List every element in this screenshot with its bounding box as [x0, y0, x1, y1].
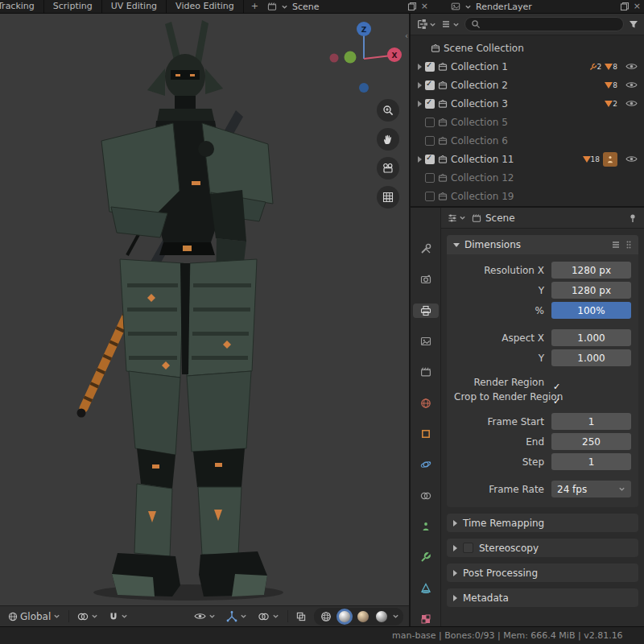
- expand-arrow[interactable]: [418, 101, 422, 107]
- shading-wireframe-button[interactable]: [318, 609, 334, 625]
- collection-checkbox[interactable]: [425, 118, 435, 127]
- editor-type-dropdown[interactable]: [416, 19, 436, 30]
- tab-texture[interactable]: [413, 612, 439, 626]
- collapse-arrow-icon[interactable]: ‹: [405, 31, 408, 40]
- aspect-y-field[interactable]: 1.000: [551, 349, 631, 366]
- collection-checkbox[interactable]: [425, 173, 435, 183]
- workspace-tab-video-editing[interactable]: Video Editing: [167, 0, 244, 13]
- section-metadata[interactable]: Metadata: [447, 588, 638, 607]
- tab-world[interactable]: [413, 396, 439, 411]
- chevron-down-icon[interactable]: [464, 3, 472, 10]
- section-post-processing[interactable]: Post Processing: [447, 564, 638, 582]
- overlays-dropdown[interactable]: [255, 610, 282, 623]
- pin-icon[interactable]: [628, 213, 638, 223]
- close-icon[interactable]: ×: [634, 1, 641, 12]
- resolution-x-field[interactable]: 1280 px: [551, 262, 631, 279]
- new-view-layer-icon[interactable]: [620, 2, 630, 11]
- tab-constraints[interactable]: [413, 489, 439, 503]
- drag-grip-icon[interactable]: [625, 240, 632, 250]
- section-stereoscopy[interactable]: Stereoscopy: [447, 539, 638, 557]
- view-layer-browse-icon[interactable]: [451, 2, 460, 11]
- outliner-row-collection-19[interactable]: Collection 19: [415, 187, 641, 205]
- shading-rendered-button[interactable]: [374, 609, 390, 625]
- view-layer-name-label[interactable]: RenderLayer: [476, 2, 532, 12]
- expand-arrow[interactable]: [418, 156, 422, 163]
- outliner-row-scene-collection[interactable]: Scene Collection: [415, 39, 641, 57]
- editor-type-dropdown[interactable]: [448, 213, 466, 223]
- expand-arrow[interactable]: [418, 82, 422, 89]
- frame-step-field[interactable]: 1: [551, 453, 631, 470]
- scene-name-label[interactable]: Scene: [292, 2, 320, 12]
- frame-rate-dropdown[interactable]: 24 fps: [551, 481, 631, 497]
- stereoscopy-checkbox[interactable]: [463, 543, 473, 553]
- chevron-down-icon[interactable]: [281, 3, 288, 10]
- transform-orientation-dropdown[interactable]: Global: [6, 609, 63, 624]
- dimensions-panel-header[interactable]: Dimensions: [447, 235, 638, 254]
- outliner-row-collection-1[interactable]: Collection 1 2 8: [415, 57, 641, 76]
- tab-object-data[interactable]: [413, 580, 439, 595]
- xray-toggle[interactable]: [294, 610, 308, 623]
- workspace-tab-uv-editing[interactable]: UV Editing: [102, 0, 167, 13]
- collection-icon: [438, 62, 448, 72]
- frame-start-field[interactable]: 1: [551, 413, 631, 430]
- tab-modifiers[interactable]: [413, 550, 439, 564]
- frame-end-field[interactable]: 250: [551, 433, 631, 450]
- pivot-point-dropdown[interactable]: [75, 609, 101, 624]
- outliner-row-collection-3[interactable]: Collection 3 2: [415, 94, 641, 113]
- section-time-remapping[interactable]: Time Remapping: [447, 514, 638, 532]
- add-workspace-button[interactable]: +: [244, 0, 266, 13]
- workspace-tab-scripting[interactable]: Scripting: [44, 0, 102, 13]
- workspace-tab-tracking[interactable]: Tracking: [0, 0, 44, 13]
- tab-output[interactable]: [413, 303, 439, 318]
- resolution-percentage-slider[interactable]: 100%: [551, 302, 631, 319]
- robot-character-render: [0, 14, 409, 605]
- navigation-gizmo[interactable]: Z X: [324, 20, 404, 101]
- object-visibility-dropdown[interactable]: [192, 610, 218, 622]
- outliner-search[interactable]: [464, 17, 624, 31]
- collection-checkbox[interactable]: [425, 80, 435, 90]
- aspect-x-field[interactable]: 1.000: [551, 329, 631, 346]
- presets-menu-icon[interactable]: [611, 240, 621, 250]
- collection-checkbox[interactable]: [425, 62, 435, 72]
- tab-tool[interactable]: [413, 242, 439, 256]
- hide-in-viewport-eye-icon[interactable]: [625, 80, 638, 89]
- outliner-row-collection-5[interactable]: Collection 5: [415, 113, 641, 131]
- outliner-row-collection-6[interactable]: Collection 6: [415, 131, 641, 150]
- tab-render[interactable]: [413, 272, 439, 287]
- tab-scene[interactable]: [413, 365, 439, 379]
- resolution-y-field[interactable]: 1280 px: [551, 282, 631, 299]
- collection-checkbox[interactable]: [425, 136, 435, 146]
- close-icon[interactable]: ×: [421, 1, 428, 12]
- pan-button[interactable]: [377, 128, 399, 151]
- tab-object[interactable]: [413, 427, 439, 441]
- outliner-row-collection-2[interactable]: Collection 2 8: [415, 76, 641, 94]
- camera-view-button[interactable]: [377, 157, 399, 180]
- gizmos-dropdown[interactable]: [224, 609, 250, 624]
- shading-material-button[interactable]: [355, 609, 371, 625]
- tab-physics[interactable]: [413, 457, 439, 472]
- collection-checkbox[interactable]: [425, 155, 435, 164]
- expand-arrow[interactable]: [418, 64, 422, 70]
- snap-toggle[interactable]: [106, 610, 130, 623]
- hand-icon: [382, 134, 394, 145]
- collection-checkbox[interactable]: [425, 192, 435, 201]
- outliner-row-collection-11[interactable]: Collection 11 18: [415, 150, 641, 168]
- new-scene-icon[interactable]: [407, 2, 417, 11]
- hide-in-viewport-eye-icon[interactable]: [625, 155, 638, 163]
- orthographic-toggle-button[interactable]: [377, 186, 399, 208]
- display-mode-dropdown[interactable]: [441, 19, 460, 29]
- search-input[interactable]: [485, 19, 617, 30]
- filter-funnel-icon[interactable]: [629, 19, 638, 29]
- scene-browse-icon[interactable]: [267, 2, 277, 11]
- shading-dropdown[interactable]: [392, 613, 399, 620]
- zoom-button[interactable]: [377, 99, 399, 122]
- viewport-canvas[interactable]: Z X ‹: [0, 14, 409, 605]
- outliner-row-collection-12[interactable]: Collection 12: [415, 168, 641, 187]
- active-object-badge[interactable]: [603, 152, 617, 167]
- hide-in-viewport-eye-icon[interactable]: [625, 62, 638, 71]
- shading-solid-button[interactable]: [336, 609, 353, 625]
- tab-armature[interactable]: [413, 519, 439, 534]
- collection-checkbox[interactable]: [425, 99, 435, 109]
- hide-in-viewport-eye-icon[interactable]: [625, 99, 638, 108]
- tab-view-layer[interactable]: [413, 334, 439, 349]
